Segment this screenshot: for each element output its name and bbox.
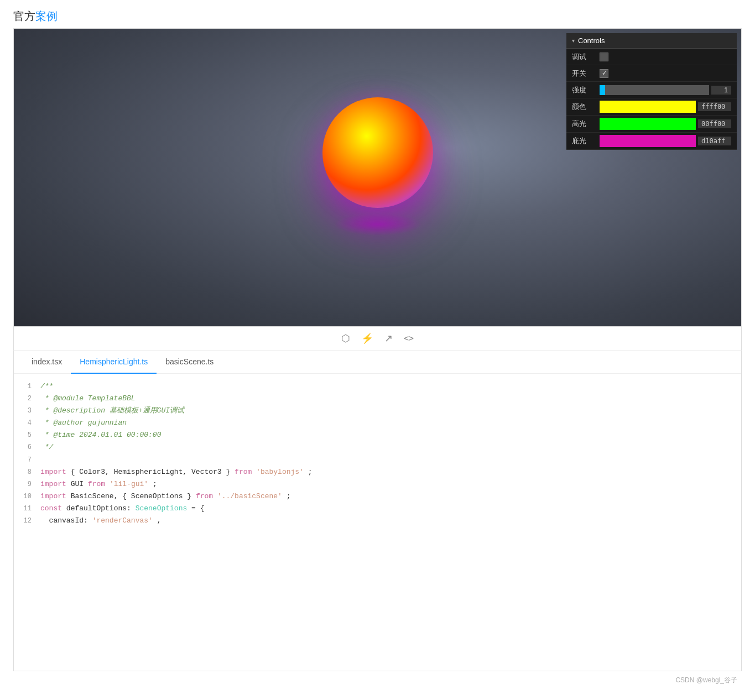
sphere-shadow: [334, 213, 422, 236]
line-content: * @description 基础模板+通用GUI调试: [40, 405, 741, 417]
code-line: 7: [14, 454, 741, 466]
controls-header: ▾ Controls: [566, 33, 737, 49]
line-content: * @module TemplateBBL: [40, 393, 741, 405]
line-content: canvasId: 'renderCanvas' ,: [40, 515, 741, 527]
code-line: 3 * @description 基础模板+通用GUI调试: [14, 405, 741, 417]
tab-hemispheric-light[interactable]: HemisphericLight.ts: [71, 351, 157, 374]
line-content: import BasicScene, { SceneOptions } from…: [40, 490, 741, 503]
chevron-down-icon: ▾: [572, 38, 575, 44]
bolt-icon[interactable]: ⚡: [361, 332, 373, 344]
line-content: const defaultOptions: SceneOptions = {: [40, 503, 741, 515]
intensity-number: 1: [711, 86, 731, 95]
code-line: 4 * @author gujunnian: [14, 417, 741, 429]
header-static: 官方: [13, 10, 35, 22]
color-label: 颜色: [572, 102, 600, 112]
line-num: 10: [14, 491, 40, 502]
controls-row-intensity: 强度 1: [566, 82, 737, 98]
controls-row-highlight: 高光 00ff00: [566, 116, 737, 133]
code-editor: index.tsx HemisphericLight.ts basicScene…: [13, 351, 742, 671]
line-num: 11: [14, 503, 40, 514]
line-num: 12: [14, 515, 40, 526]
intensity-label: 强度: [572, 85, 600, 95]
controls-panel: ▾ Controls 调试 开关 ✓ 强度 1: [566, 33, 737, 150]
line-num: 6: [14, 442, 40, 453]
code-line: 5 * @time 2024.01.01 00:00:00: [14, 429, 741, 441]
watermark: CSDN @webgl_谷子: [0, 671, 755, 689]
color-value[interactable]: ffff00: [600, 101, 731, 113]
line-content: * @time 2024.01.01 00:00:00: [40, 429, 741, 441]
controls-title: Controls: [578, 36, 605, 45]
line-content: /**: [40, 380, 741, 393]
line-num: 8: [14, 467, 40, 478]
debug-label: 调试: [572, 52, 600, 62]
color-code-yellow: ffff00: [698, 102, 731, 111]
color-code-purple: d10aff: [698, 137, 731, 145]
intensity-slider[interactable]: [600, 85, 709, 95]
code-line: 10 import BasicScene, { SceneOptions } f…: [14, 490, 741, 503]
intensity-value[interactable]: 1: [600, 85, 731, 95]
toolbar: ⬡ ⚡ ↗ <>: [13, 327, 742, 351]
line-num: 9: [14, 479, 40, 490]
code-line: 1 /**: [14, 380, 741, 393]
watermark-text: CSDN @webgl_谷子: [675, 676, 737, 684]
line-content: [40, 454, 741, 466]
line-num: 5: [14, 430, 40, 441]
cube-icon[interactable]: ⬡: [341, 332, 350, 344]
switch-value[interactable]: ✓: [600, 69, 731, 78]
ambient-value[interactable]: d10aff: [600, 135, 731, 147]
external-link-icon[interactable]: ↗: [384, 332, 393, 344]
line-num: 1: [14, 381, 40, 392]
color-swatch-green[interactable]: [600, 118, 696, 130]
line-content: import GUI from 'lil-gui' ;: [40, 478, 741, 490]
line-num: 4: [14, 417, 40, 429]
tab-index-tsx[interactable]: index.tsx: [23, 351, 71, 374]
highlight-label: 高光: [572, 119, 600, 129]
switch-checkbox[interactable]: ✓: [600, 69, 608, 78]
line-content: * @author gujunnian: [40, 417, 741, 429]
code-block: 1 /** 2 * @module TemplateBBL 3 * @descr…: [14, 374, 741, 534]
debug-checkbox[interactable]: [600, 53, 608, 61]
line-num: 7: [14, 455, 40, 466]
header-blue: 案例: [35, 10, 58, 22]
code-line: 8 import { Color3, HemisphericLight, Vec…: [14, 466, 741, 478]
color-code-green: 00ff00: [698, 119, 731, 128]
color-swatch-yellow[interactable]: [600, 101, 696, 113]
code-line: 9 import GUI from 'lil-gui' ;: [14, 478, 741, 490]
line-content: import { Color3, HemisphericLight, Vecto…: [40, 466, 741, 478]
line-content: */: [40, 441, 741, 453]
ambient-label: 庇光: [572, 136, 600, 146]
sphere: [322, 97, 433, 208]
controls-row-debug: 调试: [566, 49, 737, 65]
code-line: 2 * @module TemplateBBL: [14, 393, 741, 405]
code-line: 12 canvasId: 'renderCanvas' ,: [14, 515, 741, 527]
highlight-value[interactable]: 00ff00: [600, 118, 731, 130]
color-swatch-purple[interactable]: [600, 135, 696, 147]
intensity-fill: [600, 85, 605, 95]
code-line: 6 */: [14, 441, 741, 453]
controls-row-color: 颜色 ffff00: [566, 98, 737, 116]
line-num: 3: [14, 405, 40, 416]
tab-basic-scene[interactable]: basicScene.ts: [157, 351, 222, 374]
code-line: 11 const defaultOptions: SceneOptions = …: [14, 503, 741, 515]
sphere-container: [322, 97, 433, 236]
debug-value[interactable]: [600, 53, 731, 61]
line-num: 2: [14, 393, 40, 404]
tabs-row: index.tsx HemisphericLight.ts basicScene…: [14, 351, 741, 374]
controls-row-ambient: 庇光 d10aff: [566, 133, 737, 150]
code-icon[interactable]: <>: [404, 333, 414, 343]
switch-label: 开关: [572, 69, 600, 79]
canvas-viewport: ▾ Controls 调试 开关 ✓ 强度 1: [13, 28, 742, 327]
page-header: 官方案例: [0, 0, 755, 28]
controls-row-switch: 开关 ✓: [566, 65, 737, 82]
